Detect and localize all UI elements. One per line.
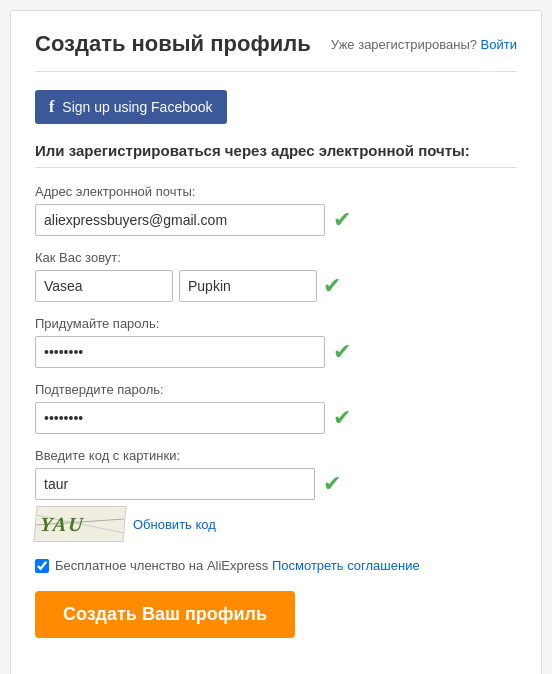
captcha-area: YAU Обновить код	[35, 506, 517, 542]
captcha-input-row: ✔	[35, 468, 517, 500]
captcha-group: Введите код с картинки: ✔ YAU Обновить к…	[35, 448, 517, 542]
registration-container: Создать новый профиль Уже зарегистрирова…	[10, 10, 542, 674]
captcha-image-text: YAU	[36, 506, 124, 542]
name-group: Как Вас зовут: ✔	[35, 250, 517, 302]
captcha-svg: YAU	[36, 506, 124, 539]
password-label: Придумайте пароль:	[35, 316, 517, 331]
captcha-image: YAU	[33, 506, 126, 542]
first-name-input[interactable]	[35, 270, 173, 302]
membership-label: Бесплатное членство на AliExpress Посмот…	[55, 558, 420, 573]
name-row: ✔	[35, 270, 517, 302]
membership-checkbox[interactable]	[35, 559, 49, 573]
confirm-row: ✔	[35, 402, 517, 434]
captcha-valid-icon: ✔	[323, 473, 341, 495]
login-link[interactable]: Войти	[481, 37, 517, 52]
confirm-password-group: Подтвердите пароль: ✔	[35, 382, 517, 434]
page-header: Создать новый профиль Уже зарегистрирова…	[35, 31, 517, 72]
login-prompt: Уже зарегистрированы? Войти	[331, 37, 517, 52]
confirm-valid-icon: ✔	[333, 407, 351, 429]
or-divider: Или зарегистрироваться через адрес элект…	[35, 142, 517, 168]
email-valid-icon: ✔	[333, 209, 351, 231]
refresh-captcha-link[interactable]: Обновить код	[133, 517, 216, 532]
facebook-icon: f	[49, 98, 54, 116]
agreement-link[interactable]: Посмотреть соглашение	[272, 558, 420, 573]
svg-text:YAU: YAU	[39, 513, 85, 535]
email-input[interactable]	[35, 204, 325, 236]
name-valid-icon: ✔	[323, 275, 341, 297]
confirm-password-input[interactable]	[35, 402, 325, 434]
create-profile-button[interactable]: Создать Ваш профиль	[35, 591, 295, 638]
membership-text: Бесплатное членство на AliExpress	[55, 558, 268, 573]
password-valid-icon: ✔	[333, 341, 351, 363]
name-label: Как Вас зовут:	[35, 250, 517, 265]
password-group: Придумайте пароль: ✔	[35, 316, 517, 368]
password-input[interactable]	[35, 336, 325, 368]
captcha-input[interactable]	[35, 468, 315, 500]
password-row: ✔	[35, 336, 517, 368]
email-row: ✔	[35, 204, 517, 236]
facebook-button-label: Sign up using Facebook	[62, 99, 212, 115]
facebook-signup-button[interactable]: f Sign up using Facebook	[35, 90, 227, 124]
email-group: Адрес электронной почты: ✔	[35, 184, 517, 236]
email-label: Адрес электронной почты:	[35, 184, 517, 199]
last-name-input[interactable]	[179, 270, 317, 302]
captcha-label: Введите код с картинки:	[35, 448, 517, 463]
already-text: Уже зарегистрированы?	[331, 37, 477, 52]
page-title: Создать новый профиль	[35, 31, 311, 57]
confirm-label: Подтвердите пароль:	[35, 382, 517, 397]
membership-checkbox-row: Бесплатное членство на AliExpress Посмот…	[35, 558, 517, 573]
